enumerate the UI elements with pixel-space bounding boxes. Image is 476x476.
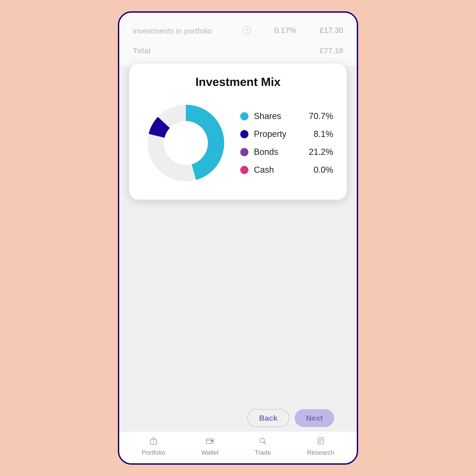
trade-icon xyxy=(258,437,267,447)
trade-nav-label: Trade xyxy=(255,449,271,456)
portfolio-nav-label: Portfolio xyxy=(142,449,165,456)
property-label: Property xyxy=(254,129,301,139)
row1-percentage: 0.17% xyxy=(274,26,296,35)
portfolio-icon xyxy=(149,437,158,447)
donut-chart xyxy=(143,100,229,186)
svg-text:?: ? xyxy=(245,28,248,33)
total-row: Total £77.18 xyxy=(133,41,343,59)
info-icon: ? xyxy=(236,26,258,36)
bonds-value: 21.2% xyxy=(306,147,333,157)
row1-label: investments in portfolio xyxy=(133,26,219,36)
back-button[interactable]: Back xyxy=(247,409,289,427)
middle-section: Investment Mix xyxy=(119,66,357,463)
nav-item-wallet[interactable]: Wallet xyxy=(201,437,219,456)
research-icon xyxy=(316,437,325,447)
legend-item-shares: Shares 70.7% xyxy=(240,111,333,121)
bonds-label: Bonds xyxy=(254,147,301,157)
cash-dot xyxy=(240,166,248,174)
investment-mix-card: Investment Mix xyxy=(129,64,347,200)
cash-label: Cash xyxy=(254,165,301,175)
svg-point-6 xyxy=(164,121,208,165)
nav-buttons: Back Next xyxy=(247,409,334,427)
property-value: 8.1% xyxy=(306,129,333,139)
wallet-nav-label: Wallet xyxy=(201,449,219,456)
shares-value: 70.7% xyxy=(306,111,333,121)
cash-value: 0.0% xyxy=(306,165,333,175)
svg-rect-10 xyxy=(211,441,213,442)
research-nav-label: Research xyxy=(307,449,334,456)
bonds-dot xyxy=(240,148,248,156)
next-button[interactable]: Next xyxy=(295,409,334,427)
shares-dot xyxy=(240,112,248,120)
table-row: investments in portfolio ? 0.17% £17.30 xyxy=(133,22,343,41)
property-dot xyxy=(240,130,248,138)
legend-item-property: Property 8.1% xyxy=(240,129,333,139)
total-label: Total xyxy=(133,46,151,55)
phone-frame: investments in portfolio ? 0.17% £17.30 … xyxy=(118,11,358,465)
legend-item-cash: Cash 0.0% xyxy=(240,165,333,175)
total-value: £77.18 xyxy=(320,46,343,55)
chart-legend: Shares 70.7% Property 8.1% Bonds 21.2% xyxy=(240,111,333,175)
svg-line-13 xyxy=(264,442,266,444)
wallet-icon xyxy=(205,437,214,447)
shares-label: Shares xyxy=(254,111,301,121)
card-title: Investment Mix xyxy=(143,75,333,89)
row1-value: £17.30 xyxy=(320,26,343,35)
legend-item-bonds: Bonds 21.2% xyxy=(240,147,333,157)
nav-item-portfolio[interactable]: Portfolio xyxy=(142,437,165,456)
nav-item-research[interactable]: Research xyxy=(307,437,334,456)
card-content: Shares 70.7% Property 8.1% Bonds 21.2% xyxy=(143,100,333,186)
top-section: investments in portfolio ? 0.17% £17.30 … xyxy=(119,13,357,66)
nav-item-trade[interactable]: Trade xyxy=(255,437,271,456)
bottom-nav: Portfolio Wallet xyxy=(119,432,357,463)
